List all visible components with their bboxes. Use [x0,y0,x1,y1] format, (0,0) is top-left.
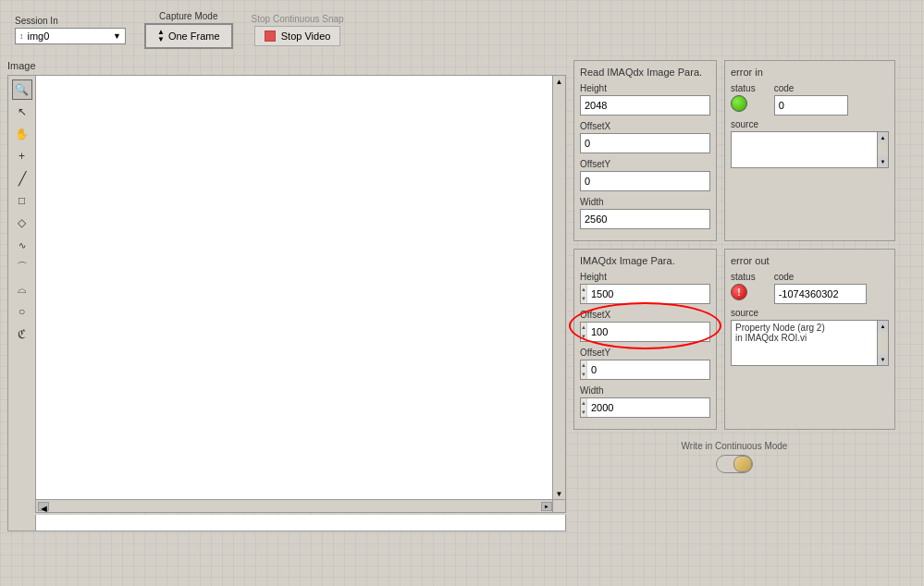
offsety-spin-down[interactable]: ▼ [581,370,586,379]
content-area: Image 🔍 ↖ ✋ + ╱ □ ◇ ∿ ⌒ ⌓ ○ ℭ [7,60,917,531]
session-icon: ↕ [19,31,24,41]
error-in-status-row: status code [731,83,889,116]
error-in-scroll-down[interactable]: ▼ [878,156,888,167]
wave-tool[interactable]: ∿ [12,235,32,255]
read-offsety-input[interactable] [580,171,710,191]
error-in-source-box: ▲ ▼ [731,131,889,168]
imaq-height-spinner: ▲ ▼ [580,284,710,304]
read-height-input[interactable] [580,95,710,116]
plus-tool[interactable]: + [12,146,32,166]
error-out-scroll-up[interactable]: ▲ [878,321,888,332]
scrollbar-corner [553,500,566,513]
imaq-width-label: Width [580,385,710,396]
read-params-title: Read IMAQdx Image Para. [580,67,710,78]
width-spin-up[interactable]: ▲ [581,398,586,408]
imaq-offsety-input[interactable] [587,364,722,375]
height-spin-arrows: ▲ ▼ [581,285,587,303]
stop-group: Stop Continuous Snap Stop Video [252,14,344,46]
stop-continuous-label: Stop Continuous Snap [252,14,344,24]
arrow-tool[interactable]: ↖ [12,102,32,122]
error-out-scroll-down[interactable]: ▼ [878,354,888,365]
read-width-group: Width [580,197,710,229]
offsetx-spin-up[interactable]: ▲ [581,323,586,332]
height-spin-down[interactable]: ▼ [581,294,586,303]
session-in-label: Session In [15,16,126,26]
offsety-spin-up[interactable]: ▲ [581,360,586,370]
error-out-title: error out [731,255,889,266]
hand-tool[interactable]: ✋ [12,124,32,144]
error-out-source-content: Property Node (arg 2)in IMAQdx ROI.vi [731,320,878,366]
imaq-offsetx-input[interactable] [587,326,722,337]
vertical-scrollbar[interactable]: ▲ ▼ [553,75,566,500]
spin-arrows-icon: ▲▼ [157,29,165,43]
write-mode-toggle[interactable] [716,455,753,473]
error-in-panel: error in status code source [724,60,895,241]
right-panels: Read IMAQdx Image Para. Height OffsetX O… [573,60,895,531]
error-in-source-group: source ▲ ▼ [731,119,889,168]
width-spin-down[interactable]: ▼ [581,408,586,417]
arc-tool[interactable]: ⌒ [12,257,32,277]
height-spin-up[interactable]: ▲ [581,285,586,294]
read-offsetx-input[interactable] [580,133,710,153]
scroll-down-arrow[interactable]: ▼ [553,488,565,499]
error-in-scroll-up[interactable]: ▲ [878,132,888,143]
error-out-code-input[interactable] [774,284,867,304]
write-mode-panel: Write in Continuous Mode [573,437,895,477]
error-out-code-label: code [774,272,867,282]
vertical-toolbar: 🔍 ↖ ✋ + ╱ □ ◇ ∿ ⌒ ⌓ ○ ℭ [7,75,35,531]
imaq-height-group: Height ▲ ▼ [580,272,710,304]
session-select[interactable]: ↕ img0 ▼ [15,28,126,44]
read-width-label: Width [580,197,710,207]
error-out-panel: error out status ! code source [724,249,895,430]
scroll-up-arrow[interactable]: ▲ [553,76,565,87]
horizontal-scrollbar[interactable]: ◄ ► [35,500,553,513]
error-out-scrollbar[interactable]: ▲ ▼ [878,320,889,366]
imaq-width-input[interactable] [587,402,722,413]
line-tool[interactable]: ╱ [12,168,32,189]
toolbar: Session In ↕ img0 ▼ Capture Mode ▲▼ One … [7,7,917,53]
imaq-offsetx-label: OffsetX [580,310,710,320]
read-height-group: Height [580,83,710,116]
freehand-tool[interactable]: ℭ [12,324,32,344]
error-out-status-col: status ! [731,272,756,304]
capture-mode-button[interactable]: ▲▼ One Frame [144,23,233,49]
capture-mode-group: Capture Mode ▲▼ One Frame [144,11,233,49]
read-offsetx-label: OffsetX [580,121,710,131]
error-in-scrollbar[interactable]: ▲ ▼ [878,131,889,168]
error-out-status-indicator: ! [731,284,747,300]
error-out-source-group: source Property Node (arg 2)in IMAQdx RO… [731,308,889,366]
zoom-tool[interactable]: 🔍 [12,79,32,100]
session-in-group: Session In ↕ img0 ▼ [15,16,126,44]
imaq-width-spinner: ▲ ▼ [580,397,710,418]
toggle-knob [733,456,752,472]
offsety-spin-arrows: ▲ ▼ [581,360,587,379]
stop-video-button[interactable]: Stop Video [254,26,341,46]
imaq-height-input[interactable] [587,288,722,299]
scroll-right-arrow[interactable]: ► [541,502,552,511]
read-width-input[interactable] [580,209,710,229]
imaq-offsetx-spinner: ▲ ▼ [580,322,710,342]
width-spin-arrows: ▲ ▼ [581,398,587,417]
diamond-tool[interactable]: ◇ [12,213,32,233]
error-in-status-col: status [731,83,756,116]
error-out-source-box: Property Node (arg 2)in IMAQdx ROI.vi ▲ … [731,320,889,366]
offsetx-spin-down[interactable]: ▼ [581,332,586,341]
scroll-left-arrow[interactable]: ◄ [38,502,49,511]
bent-tool[interactable]: ⌓ [12,279,32,299]
error-in-title: error in [731,67,889,78]
error-in-status-indicator [731,95,747,112]
imaq-width-group: Width ▲ ▼ [580,385,710,418]
imaq-offsetx-group: OffsetX ▲ ▼ [580,310,710,342]
image-panel-label: Image [7,60,566,71]
imaq-params-title: IMAQdx Image Para. [580,255,710,266]
error-in-code-label: code [774,83,848,93]
circle-tool[interactable]: ○ [12,301,32,322]
imaq-height-label: Height [580,272,710,282]
rectangle-tool[interactable]: □ [12,190,32,211]
chevron-down-icon: ▼ [113,31,121,41]
session-value: img0 [28,31,50,42]
error-out-status-row: status ! code [731,272,889,304]
imaq-offsety-label: OffsetY [580,348,710,358]
imaq-params-panel: IMAQdx Image Para. Height ▲ ▼ [573,249,717,430]
error-in-code-input[interactable] [774,95,848,116]
